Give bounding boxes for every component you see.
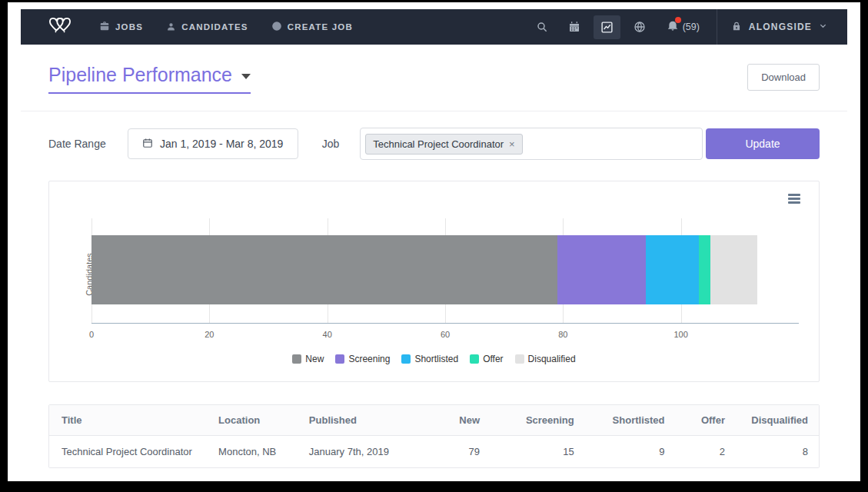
notification-count: (59) (683, 22, 700, 32)
job-tag-label: Technical Project Coordinator (373, 138, 504, 150)
table-cell: 15 (491, 436, 585, 468)
table-cell: 79 (419, 436, 491, 468)
column-header-new: New (419, 405, 491, 436)
x-tick-label: 20 (205, 330, 214, 339)
navbar-menu: JOBS CANDIDATES CREATE JOB (99, 9, 353, 45)
column-header-title: Title (49, 405, 208, 436)
bar-segment-new (91, 235, 557, 304)
notification-dot (675, 17, 681, 23)
legend-item-new[interactable]: New (292, 354, 324, 364)
legend-label: Shortlisted (414, 354, 458, 364)
table-cell: 2 (675, 436, 736, 468)
bar-segment-offer (699, 235, 710, 304)
nav-item-candidates[interactable]: CANDIDATES (166, 22, 248, 33)
table-cell: 9 (585, 436, 676, 468)
date-range-label: Date Range (48, 138, 106, 150)
column-header-published: Published (298, 405, 419, 436)
column-header-location: Location (208, 405, 298, 436)
table-body: Technical Project CoordinatorMoncton, NB… (49, 436, 819, 468)
legend-swatch (335, 354, 344, 364)
date-range-input[interactable]: Jan 1, 2019 - Mar 8, 2019 (128, 128, 298, 159)
person-icon (166, 22, 176, 33)
chart-context-menu-icon[interactable] (788, 194, 800, 204)
legend-item-disqualified[interactable]: Disqualified (515, 354, 576, 364)
legend-label: Offer (483, 354, 503, 364)
job-tag: Technical Project Coordinator × (365, 134, 522, 155)
column-header-offer: Offer (675, 405, 736, 436)
globe-icon[interactable] (627, 15, 653, 38)
alongside-hearts-icon (45, 15, 75, 39)
account-label: ALONGSIDE (749, 22, 812, 32)
stacked-bar (91, 235, 757, 304)
chevron-down-icon (819, 22, 827, 32)
legend-swatch (470, 354, 479, 364)
search-icon[interactable] (529, 15, 555, 38)
download-button[interactable]: Download (747, 64, 820, 91)
table-cell: January 7th, 2019 (298, 436, 419, 468)
table-row: Technical Project CoordinatorMoncton, NB… (49, 436, 819, 468)
notifications-button[interactable]: (59) (665, 19, 701, 35)
page-header: Pipeline Performance Download (48, 64, 820, 94)
x-tick-label: 100 (673, 330, 687, 339)
report-selector[interactable]: Pipeline Performance (48, 64, 251, 94)
legend-item-offer[interactable]: Offer (470, 354, 503, 364)
table-cell: Moncton, NB (208, 436, 298, 468)
bar-segment-shortlisted (646, 235, 699, 304)
legend-label: Screening (348, 354, 390, 364)
chart-panel: Candidates NewScreeningShortlistedOfferD… (48, 181, 820, 382)
legend-label: New (305, 354, 324, 364)
nav-item-create-job[interactable]: CREATE JOB (271, 21, 353, 33)
date-range-value: Jan 1, 2019 - Mar 8, 2019 (160, 138, 283, 150)
table-header-row: TitleLocationPublishedNewScreeningShortl… (49, 405, 819, 436)
calendar-icon (142, 138, 153, 151)
lock-icon (731, 21, 742, 34)
navbar: JOBS CANDIDATES CREATE JOB (21, 9, 847, 45)
x-tick-label: 60 (441, 330, 450, 339)
tag-close-icon[interactable]: × (509, 139, 515, 149)
job-label: Job (322, 138, 340, 150)
navbar-divider (717, 9, 717, 45)
bar-segment-disqualified (710, 235, 757, 304)
legend-item-shortlisted[interactable]: Shortlisted (401, 354, 458, 364)
chart-legend: NewScreeningShortlistedOfferDisqualified (49, 354, 819, 364)
x-tick-label: 0 (89, 330, 94, 339)
table-cell: 8 (736, 436, 819, 468)
briefcase-icon (99, 21, 110, 33)
chart-icon[interactable] (594, 15, 620, 39)
header-divider (21, 111, 847, 111)
bar-segment-screening (557, 235, 646, 304)
plus-circle-icon (271, 21, 282, 33)
app-page: JOBS CANDIDATES CREATE JOB (8, 2, 860, 481)
account-menu[interactable]: ALONGSIDE (731, 21, 827, 34)
column-header-screening: Screening (491, 405, 585, 436)
legend-label: Disqualified (528, 354, 576, 364)
legend-item-screening[interactable]: Screening (335, 354, 390, 364)
legend-swatch (292, 354, 301, 364)
nav-item-label: CREATE JOB (288, 22, 353, 32)
column-header-disqualified: Disqualified (736, 405, 819, 436)
calendar-icon[interactable] (561, 15, 587, 38)
navbar-right: (59) ALONGSIDE (529, 9, 847, 45)
filters-bar: Date Range Jan 1, 2019 - Mar 8, 2019 Job… (8, 128, 860, 160)
x-tick-label: 80 (558, 330, 567, 339)
table-cell: Technical Project Coordinator (49, 436, 208, 468)
update-button[interactable]: Update (706, 128, 820, 159)
caret-down-icon (241, 74, 251, 79)
results-table-wrap: TitleLocationPublishedNewScreeningShortl… (48, 404, 820, 468)
nav-item-label: CANDIDATES (181, 22, 248, 32)
brand-logo[interactable] (45, 15, 75, 39)
column-header-shortlisted: Shortlisted (585, 405, 676, 436)
nav-item-label: JOBS (115, 22, 143, 32)
x-tick-label: 40 (323, 330, 332, 339)
job-input[interactable]: Technical Project Coordinator × (360, 128, 703, 160)
nav-item-jobs[interactable]: JOBS (99, 21, 143, 33)
legend-swatch (401, 354, 411, 364)
legend-swatch (515, 354, 524, 364)
page-title: Pipeline Performance (48, 64, 232, 86)
plot-area (91, 218, 799, 324)
results-table: TitleLocationPublishedNewScreeningShortl… (49, 405, 819, 467)
